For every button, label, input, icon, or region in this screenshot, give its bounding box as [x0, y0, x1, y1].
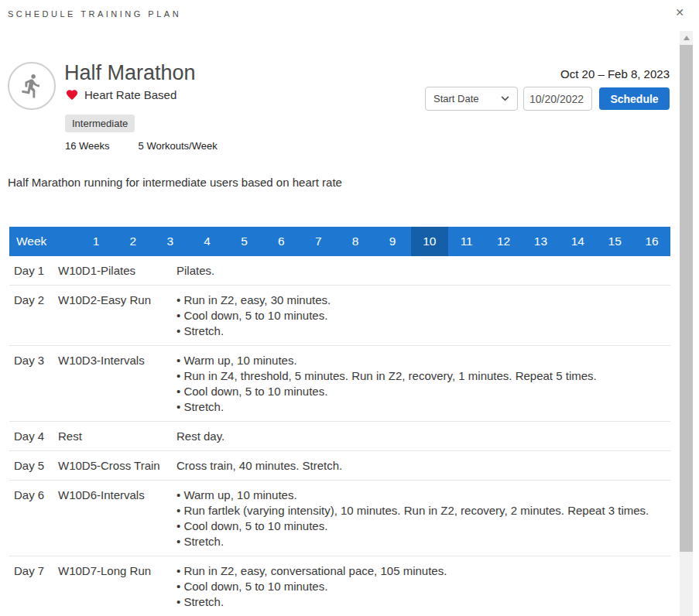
workout-details: • Warm up, 10 minutes.• Run in Z4, thres… — [176, 353, 670, 415]
workout-detail-line: • Cool down, 5 to 10 minutes. — [176, 579, 670, 594]
workout-details: Cross train, 40 minutes. Stretch. — [176, 458, 670, 474]
day-label: Day 3 — [14, 353, 58, 415]
workout-name: W10D2-Easy Run — [58, 293, 176, 339]
week-tab-6[interactable]: 6 — [262, 227, 300, 256]
table-row: Day 5W10D5-Cross TrainCross train, 40 mi… — [9, 451, 670, 481]
plan-type-label: Heart Rate Based — [84, 88, 176, 101]
scroll-up-icon[interactable] — [684, 36, 690, 40]
plan-type-row: Heart Rate Based — [65, 88, 176, 101]
scrollbar[interactable] — [680, 31, 693, 616]
workout-detail-line: • Warm up, 10 minutes. — [176, 488, 670, 503]
table-row: Day 7W10D7-Long Run• Run in Z2, easy, co… — [9, 556, 670, 616]
table-row: Day 3W10D3-Intervals• Warm up, 10 minute… — [9, 346, 670, 422]
plan-table: Day 1W10D1-PilatesPilates.Day 2W10D2-Eas… — [9, 256, 670, 616]
workout-name: W10D6-Intervals — [58, 488, 176, 549]
week-tab-3[interactable]: 3 — [152, 227, 189, 256]
table-row: Day 4RestRest day. — [9, 422, 670, 451]
day-label: Day 1 — [14, 263, 58, 279]
workout-detail-line: • Run in Z2, easy, conversational pace, … — [176, 563, 670, 579]
workouts-per-week: 5 Workouts/Week — [139, 140, 218, 152]
workout-name: W10D1-Pilates — [58, 263, 176, 279]
workout-detail-line: Cross train, 40 minutes. Stretch. — [176, 458, 670, 474]
workout-detail-line: • Run fartlek (varying intensity), 10 mi… — [176, 503, 670, 518]
start-date-input[interactable] — [523, 87, 592, 111]
heart-icon — [65, 88, 79, 101]
workout-details: • Run in Z2, easy, conversational pace, … — [176, 563, 670, 610]
week-tab-12[interactable]: 12 — [485, 227, 523, 256]
workout-name: W10D3-Intervals — [58, 353, 176, 415]
week-tab-2[interactable]: 2 — [115, 227, 152, 256]
week-tab-14[interactable]: 14 — [559, 227, 596, 256]
week-tab-bar: Week 12345678910111213141516 — [9, 227, 670, 256]
workout-detail-line: • Run in Z4, threshold, 5 minutes. Run i… — [176, 368, 670, 384]
workout-detail-line: • Cool down, 5 to 10 minutes. — [176, 308, 670, 323]
chevron-down-icon — [501, 96, 509, 101]
workout-detail-line: • Warm up, 10 minutes. — [176, 353, 670, 368]
workout-details: Pilates. — [176, 263, 670, 279]
plan-date-range: Oct 20 – Feb 8, 2023 — [560, 67, 670, 80]
workout-details: • Warm up, 10 minutes.• Run fartlek (var… — [176, 488, 670, 549]
start-date-select[interactable]: Start Date — [425, 87, 518, 111]
workout-detail-line: • Run in Z2, easy, 30 minutes. — [176, 293, 670, 308]
day-label: Day 2 — [14, 293, 58, 339]
week-tab-15[interactable]: 15 — [596, 227, 633, 256]
table-row: Day 2W10D2-Easy Run• Run in Z2, easy, 30… — [9, 286, 670, 346]
workout-name: W10D5-Cross Train — [58, 458, 176, 474]
workout-detail-line: • Stretch. — [176, 594, 670, 610]
schedule-button[interactable]: Schedule — [599, 87, 670, 110]
workout-detail-line: Pilates. — [176, 263, 670, 279]
workout-detail-line: • Cool down, 5 to 10 minutes. — [176, 518, 670, 534]
day-label: Day 7 — [14, 563, 58, 610]
dialog-title: SCHEDULE TRAINING PLAN — [8, 9, 181, 19]
week-tab-16[interactable]: 16 — [633, 227, 670, 256]
week-tab-13[interactable]: 13 — [523, 227, 560, 256]
workout-details: Rest day. — [176, 429, 670, 444]
workout-detail-line: • Stretch. — [176, 323, 670, 339]
workout-name: Rest — [58, 429, 176, 444]
week-tab-5[interactable]: 5 — [226, 227, 263, 256]
start-date-select-value: Start Date — [433, 93, 479, 104]
week-tab-1[interactable]: 1 — [77, 227, 115, 256]
week-tab-10[interactable]: 10 — [411, 227, 448, 256]
week-tab-11[interactable]: 11 — [448, 227, 485, 256]
week-tab-8[interactable]: 8 — [337, 227, 374, 256]
plan-stats: 16 Weeks 5 Workouts/Week — [65, 140, 218, 152]
weeks-count: 16 Weeks — [65, 140, 110, 152]
workout-name: W10D7-Long Run — [58, 563, 176, 610]
week-tab-9[interactable]: 9 — [374, 227, 411, 256]
week-label: Week — [9, 227, 77, 256]
plan-title: Half Marathon — [64, 61, 196, 85]
runner-icon — [19, 73, 45, 99]
workout-detail-line: • Stretch. — [176, 534, 670, 549]
day-label: Day 4 — [14, 429, 58, 444]
close-icon[interactable]: ✕ — [675, 7, 684, 18]
table-row: Day 1W10D1-PilatesPilates. — [9, 256, 670, 286]
day-label: Day 5 — [14, 458, 58, 474]
plan-description: Half Marathon running for intermediate u… — [8, 176, 342, 189]
table-row: Day 6W10D6-Intervals• Warm up, 10 minute… — [9, 481, 670, 556]
week-tab-4[interactable]: 4 — [189, 227, 226, 256]
level-badge: Intermediate — [65, 115, 135, 132]
workout-detail-line: • Cool down, 5 to 10 minutes. — [176, 384, 670, 399]
scrollbar-thumb[interactable] — [680, 45, 693, 552]
workout-detail-line: Rest day. — [176, 429, 670, 444]
week-tab-7[interactable]: 7 — [300, 227, 337, 256]
workout-detail-line: • Stretch. — [176, 399, 670, 415]
workout-details: • Run in Z2, easy, 30 minutes.• Cool dow… — [176, 293, 670, 339]
day-label: Day 6 — [14, 488, 58, 549]
plan-avatar — [8, 62, 56, 110]
